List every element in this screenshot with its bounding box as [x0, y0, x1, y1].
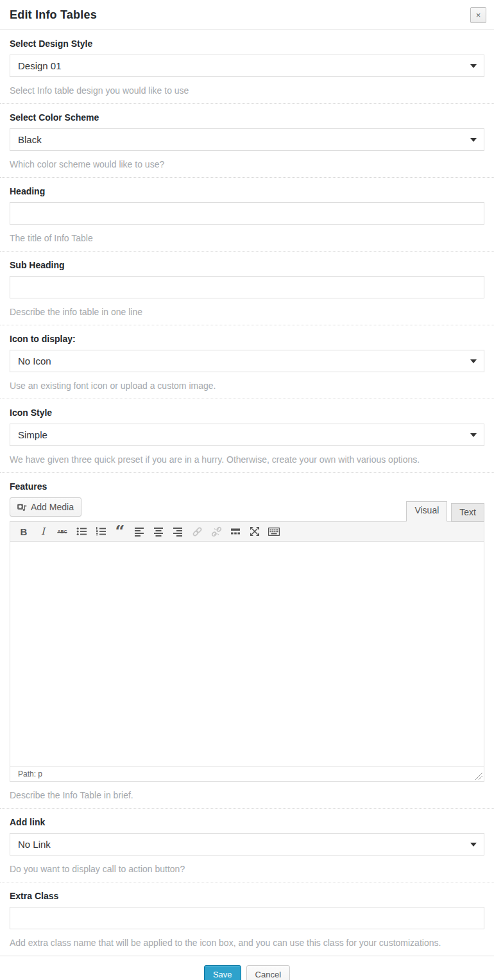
heading-label: Heading — [10, 186, 484, 196]
extra-class-input[interactable] — [10, 907, 484, 929]
icon-style-select[interactable]: Simple — [10, 424, 484, 446]
add-media-label: Add Media — [31, 502, 74, 512]
extra-class-label: Extra Class — [10, 891, 484, 901]
design-style-label: Select Design Style — [10, 39, 484, 49]
section-color-scheme: Select Color Scheme Black Which color sc… — [0, 104, 494, 178]
bold-icon[interactable]: B — [15, 525, 32, 538]
section-icon: Icon to display: No Icon Use an existing… — [0, 325, 494, 399]
unlink-icon[interactable] — [208, 525, 225, 538]
extra-class-help: Add extra class name that will be applie… — [10, 938, 484, 948]
italic-icon[interactable]: I — [35, 525, 51, 538]
keyboard-icon[interactable] — [266, 525, 282, 538]
chevron-down-icon — [470, 843, 477, 847]
section-extra-class: Extra Class Add extra class name that wi… — [0, 882, 494, 956]
section-heading: Heading The title of Info Table — [0, 178, 494, 252]
features-label: Features — [10, 481, 484, 492]
more-tag-icon[interactable] — [227, 525, 244, 538]
icon-style-selected-value: Simple — [18, 429, 47, 440]
cancel-button[interactable]: Cancel — [246, 965, 290, 980]
sub-heading-help: Describe the info table in one line — [10, 307, 484, 317]
icon-help: Use an existing font icon or upload a cu… — [10, 381, 484, 391]
align-center-icon[interactable] — [150, 525, 167, 538]
icon-label: Icon to display: — [10, 334, 484, 344]
tab-text[interactable]: Text — [451, 503, 484, 522]
sub-heading-label: Sub Heading — [10, 260, 484, 270]
design-style-help: Select Info table design you would like … — [10, 85, 484, 96]
chevron-down-icon — [470, 359, 477, 363]
numbered-list-icon[interactable] — [92, 525, 109, 538]
modal-footer: Save Cancel — [0, 956, 494, 980]
editor-content-area[interactable] — [10, 542, 484, 766]
editor-media-bar: Add Media Visual Text — [10, 497, 484, 521]
add-media-button[interactable]: Add Media — [10, 497, 81, 517]
section-design-style: Select Design Style Design 01 Select Inf… — [0, 30, 494, 104]
sub-heading-input[interactable] — [10, 276, 484, 298]
link-icon[interactable] — [189, 525, 205, 538]
chevron-down-icon — [470, 64, 477, 68]
features-help: Describe the Info Table in brief. — [10, 790, 484, 800]
color-scheme-select[interactable]: Black — [10, 128, 484, 151]
modal-header: Edit Info Tables × — [0, 0, 494, 30]
design-style-selected-value: Design 01 — [18, 60, 62, 71]
editor-path: Path: p — [18, 769, 42, 778]
add-link-label: Add link — [10, 817, 484, 827]
color-scheme-help: Which color scheme would like to use? — [10, 159, 484, 169]
chevron-down-icon — [470, 433, 477, 437]
rich-text-editor: B I ABC “ — [10, 521, 484, 782]
section-icon-style: Icon Style Simple We have given three qu… — [0, 399, 494, 473]
strikethrough-icon[interactable]: ABC — [54, 525, 71, 538]
bulleted-list-icon[interactable] — [73, 525, 90, 538]
icon-select[interactable]: No Icon — [10, 350, 484, 372]
icon-style-help: We have given three quick preset if you … — [10, 454, 484, 465]
section-add-link: Add link No Link Do you want to display … — [0, 809, 494, 882]
add-link-selected-value: No Link — [18, 839, 51, 850]
modal-body: Select Design Style Design 01 Select Inf… — [0, 30, 494, 956]
design-style-select[interactable]: Design 01 — [10, 55, 484, 77]
icon-style-label: Icon Style — [10, 408, 484, 418]
add-link-help: Do you want to display call to action bu… — [10, 864, 484, 874]
save-button[interactable]: Save — [204, 965, 241, 980]
chevron-down-icon — [470, 138, 477, 142]
modal-title: Edit Info Tables — [10, 8, 97, 22]
blockquote-icon[interactable]: “ — [112, 525, 128, 538]
heading-help: The title of Info Table — [10, 233, 484, 243]
resize-handle-icon[interactable] — [475, 772, 482, 780]
media-icon — [17, 503, 27, 511]
align-right-icon[interactable] — [169, 525, 186, 538]
add-link-select[interactable]: No Link — [10, 833, 484, 855]
fullscreen-icon[interactable] — [246, 525, 263, 538]
editor-toolbar: B I ABC “ — [10, 522, 484, 542]
color-scheme-label: Select Color Scheme — [10, 112, 484, 123]
editor-statusbar: Path: p — [10, 766, 484, 781]
heading-input[interactable] — [10, 202, 484, 225]
editor-mode-tabs: Visual Text — [402, 501, 484, 522]
close-button[interactable]: × — [470, 7, 486, 23]
tab-visual[interactable]: Visual — [406, 501, 447, 522]
section-features: Features Add Media Visual Text — [0, 473, 494, 809]
icon-selected-value: No Icon — [18, 356, 51, 366]
align-left-icon[interactable] — [131, 525, 148, 538]
color-scheme-selected-value: Black — [18, 134, 42, 145]
section-sub-heading: Sub Heading Describe the info table in o… — [0, 252, 494, 325]
